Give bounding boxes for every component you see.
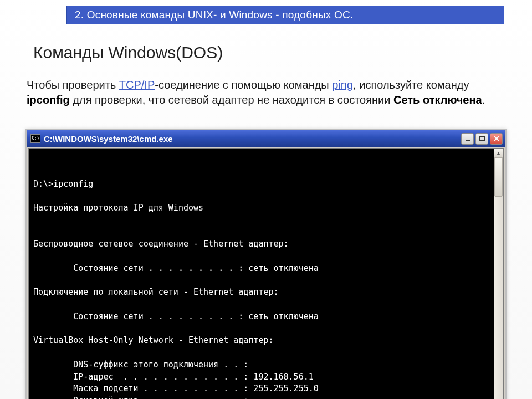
link-ping[interactable]: ping [332,79,353,91]
scrollbar[interactable]: ▲ ▼ [494,149,503,399]
cmd-icon: C:\ [30,134,40,143]
cmd-window: C:\ C:\WINDOWS\system32\cmd.exe D:\>ipco… [25,129,507,399]
para-seg-3: , используйте команду [353,79,469,91]
bold-ipconfig: ipconfig [27,94,70,106]
para-seg-5: . [482,94,485,106]
cmd-title-text: C:\WINDOWS\system32\cmd.exe [44,134,461,144]
close-icon [494,136,499,141]
cmd-titlebar: C:\ C:\WINDOWS\system32\cmd.exe [27,130,505,147]
slide-header-text: 2. Основные команды UNIX- и Windows - по… [75,9,353,21]
terminal-wrap: D:\>ipconfig Настройка протокола IP для … [27,147,505,399]
window-controls [461,133,503,145]
close-button[interactable] [490,133,503,145]
scroll-thumb[interactable] [494,158,503,197]
scroll-up-button[interactable]: ▲ [494,149,503,158]
para-seg-4: для проверки, что сетевой адаптер не нах… [70,94,393,106]
terminal-content: D:\>ipconfig Настройка протокола IP для … [33,178,499,400]
slide-heading: Команды Windows(DOS) [33,43,223,62]
maximize-button[interactable] [475,133,488,145]
para-seg-1: Чтобы проверить [27,79,119,91]
svg-rect-1 [480,136,484,141]
slide-paragraph: Чтобы проверить TCP/IP-соединение с помо… [27,78,510,108]
maximize-icon [479,136,485,141]
para-seg-2: -соединение с помощью команды [155,79,332,91]
bold-network: Сеть отключена [393,94,482,106]
scroll-track[interactable] [494,158,503,399]
minimize-icon [465,136,470,141]
slide-header-bar: 2. Основные команды UNIX- и Windows - по… [66,6,504,24]
link-tcpip[interactable]: TCP/IP [119,79,155,91]
terminal: D:\>ipconfig Настройка протокола IP для … [28,148,504,399]
minimize-button[interactable] [461,133,474,145]
